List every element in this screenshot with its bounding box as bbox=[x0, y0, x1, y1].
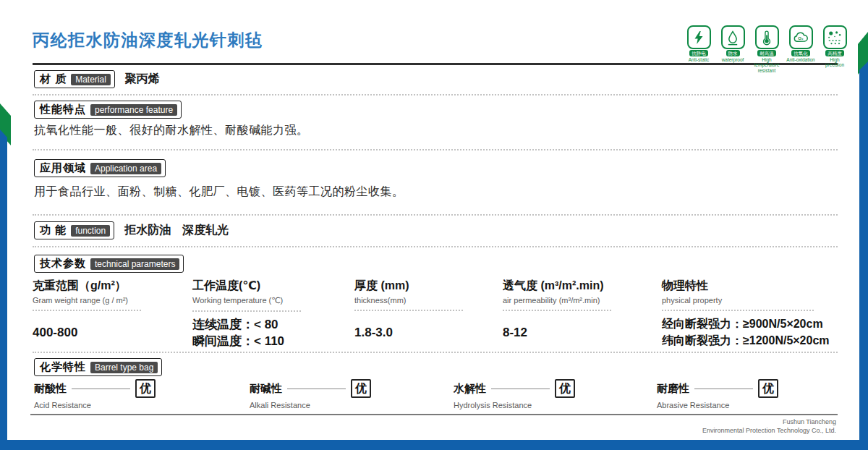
performance-text: 抗氧化性能一般、很好的耐水解性、耐酸碱能力强。 bbox=[34, 123, 309, 138]
dotted-underline bbox=[33, 310, 141, 311]
dotted-underline bbox=[503, 310, 611, 311]
tech-header-en: physical property bbox=[662, 296, 838, 305]
chem-rating-box: 优 bbox=[758, 379, 778, 398]
function-label-box: 功 能 function bbox=[34, 221, 114, 239]
chem-item-acid: 耐酸性 优 Acid Resistance bbox=[34, 379, 250, 409]
section-application: 应用领域 Application area bbox=[34, 159, 166, 177]
icon-badge-zh: 高精度 bbox=[825, 50, 844, 56]
icon-label-en: waterproof bbox=[722, 57, 744, 62]
tech-value: 400-800 bbox=[33, 324, 192, 341]
chem-rating-box: 优 bbox=[351, 379, 371, 398]
tech-header-en: Working temperature (℃) bbox=[192, 296, 354, 305]
icon-label-en: Anti-static bbox=[689, 57, 710, 62]
technical-label-box: 技术参数 technical parameters bbox=[34, 255, 184, 273]
chemical-properties-grid: 耐酸性 优 Acid Resistance 耐碱性 优 Alkali Resis… bbox=[34, 379, 839, 409]
tech-header-en: Gram weight range (g / m²) bbox=[33, 296, 192, 305]
product-spec-page: 丙纶拒水防油深度轧光针刺毡 抗静电 Anti-static 防水 wat bbox=[0, 0, 868, 450]
dotted-underline bbox=[354, 310, 463, 311]
function-value: 拒水防油 深度轧光 bbox=[124, 223, 229, 238]
chemical-label-box: 化学特性 Barrel type bag bbox=[34, 358, 162, 376]
anti-static-icon bbox=[687, 25, 711, 49]
feature-icon-strip: 抗静电 Anti-static 防水 waterproof bbox=[684, 25, 849, 73]
chem-item-alkali: 耐碱性 优 Alkali Resistance bbox=[250, 379, 454, 409]
page-title: 丙纶拒水防油深度轧光针刺毡 bbox=[33, 29, 263, 51]
chem-rating-box: 优 bbox=[135, 379, 156, 398]
tech-value: 1.8-3.0 bbox=[354, 324, 503, 341]
chemical-label-zh: 化学特性 bbox=[40, 360, 86, 374]
section-performance: 性能特点 performance feature bbox=[34, 101, 182, 119]
dotted-divider bbox=[33, 214, 838, 216]
high-precision-icon bbox=[823, 25, 847, 49]
chemical-label-en-badge: Barrel type bag bbox=[90, 362, 158, 373]
section-chemical: 化学特性 Barrel type bag bbox=[34, 358, 162, 376]
material-value: 聚丙烯 bbox=[125, 72, 160, 87]
tech-value: 瞬间温度：< 110 bbox=[192, 333, 354, 349]
performance-label-en-badge: performance feature bbox=[90, 104, 177, 116]
footer-company-line1: Fushun Tiancheng bbox=[702, 417, 836, 426]
chem-name-zh: 耐酸性 bbox=[34, 382, 67, 396]
tech-header-zh: 物理特性 bbox=[662, 279, 838, 294]
tech-params-grid: 克重范围（g/m²） Gram weight range (g / m²) 40… bbox=[33, 279, 838, 351]
material-label-zh: 材 质 bbox=[40, 72, 67, 86]
tech-header-en: air permeability (m³/m².min) bbox=[503, 296, 662, 305]
technical-label-zh: 技术参数 bbox=[40, 257, 86, 271]
chem-connector-line bbox=[72, 389, 130, 389]
icon-label-en: High temperature resistant bbox=[752, 57, 781, 73]
section-material: 材 质 Material 聚丙烯 bbox=[34, 70, 160, 88]
dotted-underline bbox=[662, 310, 814, 311]
icon-label-en: High precision bbox=[820, 57, 849, 68]
tech-col-working-temperature: 工作温度(℃) Working temperature (℃) 连续温度：< 8… bbox=[192, 279, 354, 351]
section-function: 功 能 function 拒水防油 深度轧光 bbox=[34, 221, 229, 239]
application-label-en-badge: Application area bbox=[90, 163, 161, 174]
function-label-zh: 功 能 bbox=[40, 224, 67, 237]
svg-text:O₂: O₂ bbox=[798, 36, 804, 41]
footer-company: Fushun Tiancheng Environmental Protectio… bbox=[702, 417, 836, 435]
chem-connector-line bbox=[491, 389, 550, 389]
tech-header-zh: 透气度 (m³/m².min) bbox=[503, 279, 662, 294]
material-label-box: 材 质 Material bbox=[34, 70, 115, 88]
feature-high-precision: 高精度 High precision bbox=[820, 25, 849, 73]
chem-connector-line bbox=[287, 389, 346, 389]
section-technical: 技术参数 technical parameters bbox=[34, 255, 184, 273]
footer-divider bbox=[30, 414, 838, 415]
tech-value: 连续温度：< 80 bbox=[192, 316, 354, 333]
waterproof-icon bbox=[721, 25, 745, 49]
dotted-divider bbox=[33, 352, 838, 353]
footer-company-line2: Environmental Protection Technology Co.,… bbox=[702, 426, 836, 435]
tech-value: 经向断裂强力：≥900N/5×20cm bbox=[662, 315, 838, 332]
tech-header-zh: 工作温度(℃) bbox=[192, 279, 354, 294]
tech-value: 纬向断裂强力：≥1200N/5×20cm bbox=[662, 332, 838, 349]
icon-badge-zh: 防水 bbox=[726, 50, 740, 56]
icon-badge-zh: 抗氧化 bbox=[791, 50, 810, 56]
icon-badge-zh: 抗静电 bbox=[689, 50, 708, 56]
technical-label-en-badge: technical parameters bbox=[90, 258, 179, 270]
tech-header-en: thickness(mm) bbox=[354, 296, 503, 305]
chem-name-en: Alkali Resistance bbox=[250, 401, 454, 409]
tech-value: 8-12 bbox=[503, 324, 662, 341]
chem-name-en: Abrasive Resistance bbox=[657, 401, 839, 409]
material-label-en-badge: Material bbox=[71, 74, 111, 85]
performance-label-zh: 性能特点 bbox=[40, 103, 86, 116]
dotted-divider bbox=[33, 246, 838, 247]
feature-high-temperature: 耐高温 High temperature resistant bbox=[752, 25, 781, 73]
chem-name-zh: 耐磨性 bbox=[657, 382, 689, 396]
chem-name-zh: 水解性 bbox=[454, 382, 486, 396]
dotted-underline bbox=[192, 310, 301, 312]
tech-col-air-permeability: 透气度 (m³/m².min) air permeability (m³/m².… bbox=[503, 279, 662, 351]
application-label-zh: 应用领域 bbox=[40, 161, 86, 175]
icon-badge-zh: 耐高温 bbox=[757, 50, 776, 56]
chem-name-en: Acid Resistance bbox=[34, 401, 250, 409]
chem-name-zh: 耐碱性 bbox=[250, 382, 282, 396]
feature-anti-oxidation: O₂ 抗氧化 Anti-oxidation bbox=[786, 25, 815, 73]
feature-waterproof: 防水 waterproof bbox=[718, 25, 747, 73]
chem-connector-line bbox=[694, 389, 753, 389]
chem-rating-box: 优 bbox=[555, 379, 575, 398]
dotted-divider bbox=[33, 94, 838, 95]
anti-oxidation-icon: O₂ bbox=[789, 25, 813, 49]
tech-header-zh: 克重范围（g/m²） bbox=[33, 279, 192, 294]
dotted-divider bbox=[33, 149, 838, 150]
feature-anti-static: 抗静电 Anti-static bbox=[684, 25, 713, 73]
chem-item-abrasive: 耐磨性 优 Abrasive Resistance bbox=[657, 379, 839, 409]
tech-col-thickness: 厚度 (mm) thickness(mm) 1.8-3.0 bbox=[354, 279, 503, 351]
tech-header-zh: 厚度 (mm) bbox=[354, 279, 503, 294]
